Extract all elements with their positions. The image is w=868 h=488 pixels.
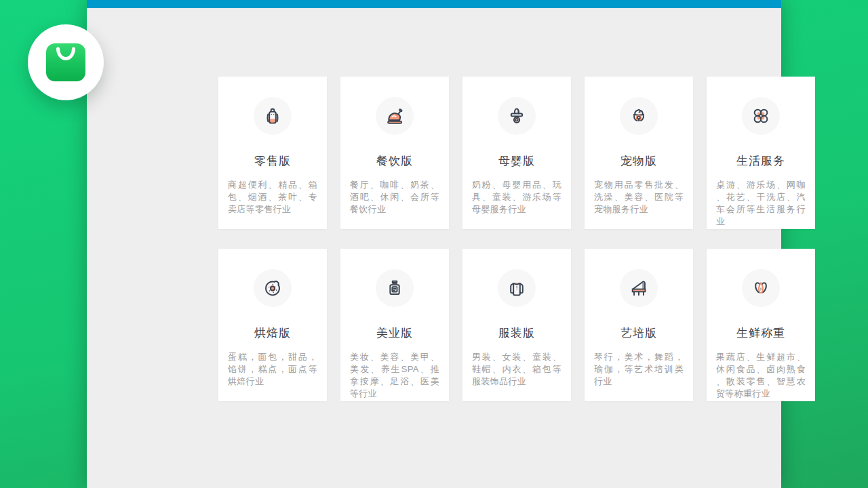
top-accent-bar — [87, 0, 781, 8]
card-title: 餐饮版 — [350, 153, 439, 169]
pacifier-icon — [498, 97, 536, 135]
card-art-training[interactable]: 艺培版 琴行，美术，舞蹈，瑜伽，等艺术培训类行业 — [585, 249, 693, 401]
card-description: 琴行，美术，舞蹈，瑜伽，等艺术培训类行业 — [594, 351, 684, 388]
card-description: 商超便利、精品、箱包、烟酒、茶叶、专卖店等零售行业 — [228, 179, 317, 216]
industry-card-grid: 零售版 商超便利、精品、箱包、烟酒、茶叶、专卖店等零售行业 餐饮版 餐厅、咖啡、… — [218, 77, 815, 401]
card-clothing[interactable]: 服装版 男装、女装、童装、鞋帽、内衣、箱包等服装饰品行业 — [462, 249, 571, 401]
card-life-service[interactable]: 生活服务 桌游、游乐场、网咖、花艺、干洗店、汽车会所等生活服务行业 — [707, 77, 815, 229]
roast-chicken-icon — [376, 97, 414, 135]
card-restaurant[interactable]: 餐饮版 餐厅、咖啡、奶茶、酒吧、休闲、会所等餐饮行业 — [340, 77, 449, 229]
card-pet[interactable]: 宠物版 宠物用品零售批发、洗澡、美容、医院等宠物服务行业 — [585, 77, 693, 229]
card-retail[interactable]: 零售版 商超便利、精品、箱包、烟酒、茶叶、专卖店等零售行业 — [218, 77, 327, 229]
cookie-icon — [254, 269, 292, 307]
card-beauty[interactable]: 美业版 美妆、美容、美甲、美发、养生SPA、推拿按摩、足浴、医美等行业 — [340, 249, 449, 401]
card-bakery[interactable]: 烘焙版 蛋糕，面包，甜品，馅饼，糕点，面点等烘焙行业 — [218, 249, 327, 401]
piano-icon — [620, 269, 658, 307]
content-panel: 零售版 商超便利、精品、箱包、烟酒、茶叶、专卖店等零售行业 餐饮版 餐厅、咖啡、… — [87, 0, 781, 488]
shopping-bag-icon — [254, 97, 292, 135]
card-fresh-weighing[interactable]: 生鲜称重 果蔬店、生鲜超市、休闲食品、卤肉熟食、散装零售、智慧农贸等称重行业 — [707, 249, 815, 401]
cabbage-icon — [742, 269, 780, 307]
card-title: 生鲜称重 — [716, 325, 806, 341]
card-title: 烘焙版 — [228, 325, 317, 341]
card-title: 艺培版 — [594, 325, 684, 341]
card-title: 生活服务 — [716, 153, 806, 169]
clover-icon — [742, 97, 780, 135]
card-title: 零售版 — [228, 153, 317, 169]
shopping-bag-logo-icon — [46, 43, 85, 81]
card-title: 美业版 — [350, 325, 439, 341]
card-description: 蛋糕，面包，甜品，馅饼，糕点，面点等烘焙行业 — [228, 351, 317, 388]
card-title: 宠物版 — [594, 153, 684, 169]
card-description: 果蔬店、生鲜超市、休闲食品、卤肉熟食、散装零售、智慧农贸等称重行业 — [716, 351, 806, 400]
pet-bell-icon — [620, 97, 658, 135]
card-description: 美妆、美容、美甲、美发、养生SPA、推拿按摩、足浴、医美等行业 — [350, 351, 439, 400]
app-logo — [28, 24, 104, 100]
card-description: 桌游、游乐场、网咖、花艺、干洗店、汽车会所等生活服务行业 — [716, 179, 806, 228]
cosmetic-bottle-icon — [376, 269, 414, 307]
card-description: 餐厅、咖啡、奶茶、酒吧、休闲、会所等餐饮行业 — [350, 179, 439, 216]
card-description: 宠物用品零售批发、洗澡、美容、医院等宠物服务行业 — [594, 179, 684, 216]
card-mother-baby[interactable]: 母婴版 奶粉、母婴用品、玩具、童装、游乐场等母婴服务行业 — [462, 77, 571, 229]
card-title: 母婴版 — [472, 153, 561, 169]
card-title: 服装版 — [472, 325, 561, 341]
card-description: 男装、女装、童装、鞋帽、内衣、箱包等服装饰品行业 — [472, 351, 561, 388]
card-description: 奶粉、母婴用品、玩具、童装、游乐场等母婴服务行业 — [472, 179, 561, 216]
shirt-icon — [498, 269, 536, 307]
